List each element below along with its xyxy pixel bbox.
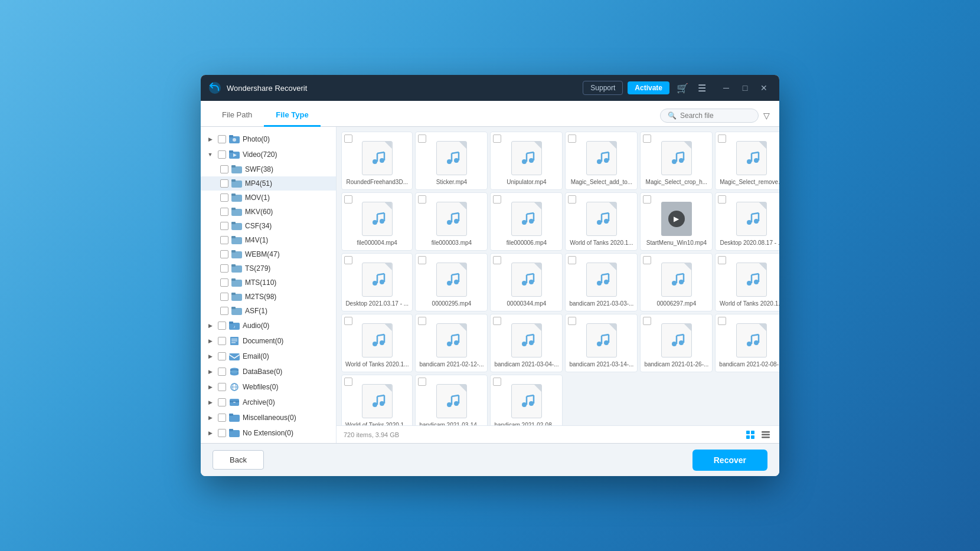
file-checkbox[interactable] (418, 317, 426, 325)
file-item[interactable]: ▶StartMenu_Win10.mp4 (640, 192, 713, 251)
file-item[interactable]: bandicam 2021-03-14-... (565, 314, 638, 372)
sidebar-item-email[interactable]: ▶ Email(0) (201, 349, 336, 364)
sidebar-item-document[interactable]: ▶ Document(0) (201, 333, 336, 349)
sidebar-item-photo[interactable]: ▶ Photo(0) (201, 132, 336, 147)
file-checkbox[interactable] (568, 135, 576, 143)
file-item[interactable]: 00000344.mp4 (490, 253, 563, 311)
sidebar-item-mp4[interactable]: MP4(51) (201, 176, 336, 191)
sidebar-item-mts[interactable]: MTS(110) (201, 276, 336, 290)
file-item[interactable]: Desktop 2020.08.17 - ... (715, 192, 779, 251)
checkbox-email[interactable] (218, 352, 226, 360)
file-checkbox[interactable] (718, 135, 726, 143)
checkbox-archive[interactable] (218, 398, 226, 406)
file-checkbox[interactable] (643, 256, 651, 264)
file-item[interactable]: bandicam 2021-03-14-... (415, 375, 488, 425)
file-item[interactable]: Magic_Select_add_to... (565, 132, 638, 190)
checkbox-webm[interactable] (220, 250, 228, 258)
file-checkbox[interactable] (568, 317, 576, 325)
checkbox-audio[interactable] (218, 322, 226, 330)
file-item[interactable]: Magic_Select_crop_h... (640, 132, 713, 190)
checkbox-misc[interactable] (218, 414, 226, 422)
sidebar-item-audio[interactable]: ▶ ♪ Audio(0) (201, 318, 336, 333)
sidebar-item-webfiles[interactable]: ▶ Webfiles(0) (201, 379, 336, 395)
file-checkbox[interactable] (418, 135, 426, 143)
file-item[interactable]: RoundedFreehand3D... (341, 132, 413, 190)
file-item[interactable]: 00006297.mp4 (640, 253, 713, 311)
cart-icon[interactable]: 🛒 (674, 80, 691, 96)
file-checkbox[interactable] (718, 195, 726, 204)
file-checkbox[interactable] (344, 317, 352, 325)
file-checkbox[interactable] (418, 256, 426, 264)
file-item[interactable]: file000004.mp4 (341, 192, 413, 251)
filter-icon[interactable]: ▽ (763, 111, 770, 120)
activate-button[interactable]: Activate (628, 81, 669, 94)
checkbox-m2ts[interactable] (220, 293, 228, 301)
checkbox-webfiles[interactable] (218, 383, 226, 391)
checkbox-mkv[interactable] (220, 208, 228, 216)
sidebar-item-ts[interactable]: TS(279) (201, 261, 336, 276)
file-checkbox[interactable] (568, 195, 576, 204)
file-item[interactable]: bandicam 2021-03-03-... (565, 253, 638, 311)
file-checkbox[interactable] (493, 135, 501, 143)
file-item[interactable]: bandicam 2021-03-04-... (490, 314, 563, 372)
checkbox-database[interactable] (218, 368, 226, 376)
file-item[interactable]: Unipulator.mp4 (490, 132, 563, 190)
grid-view-button[interactable] (744, 428, 757, 441)
file-checkbox[interactable] (344, 195, 352, 204)
file-item[interactable]: file000003.mp4 (415, 192, 488, 251)
sidebar-item-m2ts[interactable]: M2TS(98) (201, 290, 336, 304)
support-button[interactable]: Support (583, 81, 623, 95)
sidebar-item-m4v[interactable]: M4V(1) (201, 233, 336, 247)
back-button[interactable]: Back (213, 450, 264, 470)
sidebar-item-webm[interactable]: WEBM(47) (201, 247, 336, 261)
file-item[interactable]: file000006.mp4 (490, 192, 563, 251)
sidebar-item-archive[interactable]: ▶ Archive(0) (201, 395, 336, 410)
file-checkbox[interactable] (643, 135, 651, 143)
file-checkbox[interactable] (493, 378, 501, 386)
close-button[interactable]: ✕ (756, 80, 772, 96)
file-checkbox[interactable] (344, 256, 352, 264)
maximize-button[interactable]: □ (737, 80, 753, 96)
sidebar-item-swf[interactable]: SWF(38) (201, 162, 336, 176)
file-checkbox[interactable] (568, 256, 576, 264)
file-item[interactable]: 00000295.mp4 (415, 253, 488, 311)
checkbox-ts[interactable] (220, 264, 228, 273)
checkbox-mts[interactable] (220, 278, 228, 287)
file-checkbox[interactable] (718, 317, 726, 325)
file-checkbox[interactable] (643, 317, 651, 325)
tab-file-path[interactable]: File Path (210, 104, 264, 127)
sidebar-item-misc[interactable]: ▶ Miscellaneous(0) (201, 410, 336, 425)
file-checkbox[interactable] (344, 135, 352, 143)
checkbox-video[interactable] (218, 150, 226, 159)
checkbox-noext[interactable] (218, 429, 226, 437)
file-checkbox[interactable] (493, 317, 501, 325)
recover-button[interactable]: Recover (692, 450, 767, 471)
file-item[interactable]: World of Tanks 2020.1... (715, 253, 779, 311)
checkbox-m4v[interactable] (220, 236, 228, 244)
file-item[interactable]: bandicam 2021-02-08-... (490, 375, 563, 425)
checkbox-csf[interactable] (220, 222, 228, 230)
file-item[interactable]: World of Tanks 2020.1... (341, 375, 413, 425)
checkbox-asf[interactable] (220, 307, 228, 315)
file-item[interactable]: bandicam 2021-01-26-... (640, 314, 713, 372)
tab-file-type[interactable]: File Type (264, 104, 320, 127)
sidebar-item-video[interactable]: ▼ Video(720) (201, 147, 336, 162)
sidebar-item-mov[interactable]: MOV(1) (201, 191, 336, 205)
sidebar-item-asf[interactable]: ASF(1) (201, 304, 336, 318)
file-checkbox[interactable] (643, 195, 651, 204)
file-checkbox[interactable] (418, 378, 426, 386)
checkbox-photo[interactable] (218, 135, 226, 143)
checkbox-document[interactable] (218, 337, 226, 345)
checkbox-mp4[interactable] (220, 179, 228, 188)
sidebar-item-database[interactable]: ▶ DataBase(0) (201, 364, 336, 379)
file-item[interactable]: Desktop 2021.03.17 - ... (341, 253, 413, 311)
file-item[interactable]: bandicam 2021-02-08-... (715, 314, 779, 372)
sidebar-item-noext[interactable]: ▶ No Extension(0) (201, 425, 336, 441)
sidebar-item-csf[interactable]: CSF(34) (201, 219, 336, 233)
file-checkbox[interactable] (418, 195, 426, 204)
file-item[interactable]: Magic_Select_remove... (715, 132, 779, 190)
file-item[interactable]: World of Tanks 2020.1... (565, 192, 638, 251)
file-checkbox[interactable] (344, 378, 352, 386)
file-item[interactable]: Sticker.mp4 (415, 132, 488, 190)
sidebar-item-mkv[interactable]: MKV(60) (201, 205, 336, 219)
